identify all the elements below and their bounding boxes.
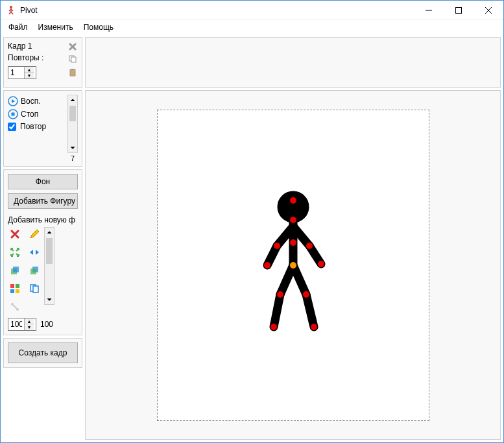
paste-icon[interactable] (67, 67, 78, 78)
svg-rect-7 (456, 7, 462, 13)
play-button[interactable]: Восп. (8, 95, 66, 108)
frame-panel: Кадр 1 Повторы : ▲ ▼ (3, 37, 82, 88)
svg-point-51 (290, 262, 296, 269)
svg-point-44 (306, 243, 313, 249)
lower-icon[interactable] (27, 263, 42, 278)
scale-input[interactable] (8, 319, 24, 329)
maximize-button[interactable] (444, 1, 474, 19)
stop-button[interactable]: Стоп (8, 108, 66, 121)
raise-icon[interactable] (8, 263, 22, 278)
play-label: Восп. (21, 97, 41, 106)
scroll-thumb[interactable] (69, 106, 76, 121)
menu-edit[interactable]: Изменить (33, 21, 78, 34)
svg-rect-22 (16, 284, 19, 288)
scroll-up[interactable]: ⏶ (70, 95, 76, 104)
add-figure-button[interactable]: Добавить Фигуру (8, 193, 78, 209)
svg-line-38 (293, 265, 306, 294)
svg-rect-23 (10, 289, 14, 293)
stop-label: Стоп (21, 110, 38, 119)
center-icon[interactable] (8, 245, 22, 259)
duplicate-icon[interactable] (27, 281, 42, 296)
svg-point-46 (290, 239, 296, 246)
tool-scroll-down[interactable]: ⏷ (47, 295, 53, 304)
svg-line-39 (306, 294, 314, 327)
add-new-label: Добавить новую ф (8, 215, 78, 224)
copy-icon[interactable] (67, 54, 78, 64)
tool-scrollbar[interactable]: ⏶ ⏷ (44, 227, 54, 305)
titlebar: Pivot (1, 1, 503, 20)
svg-rect-16 (12, 113, 15, 116)
svg-point-43 (264, 262, 270, 269)
repeat-label: Повторы : (8, 53, 43, 62)
timeline-panel[interactable] (85, 37, 501, 88)
left-column: Восп. Стоп Повтор (3, 90, 82, 440)
canvas[interactable] (157, 110, 429, 421)
menu-help[interactable]: Помощь (78, 21, 119, 34)
stick-figure[interactable] (248, 191, 339, 340)
svg-rect-11 (71, 57, 76, 62)
spinner-down[interactable]: ▼ (25, 73, 34, 78)
svg-line-5 (11, 12, 13, 14)
app-window: Pivot Файл Изменить Помощь Кадр 1 Повтор… (0, 0, 504, 443)
window-title: Pivot (20, 6, 414, 15)
background-button[interactable]: Фон (8, 174, 78, 189)
window-controls (414, 1, 503, 19)
pencil-icon[interactable] (27, 227, 42, 241)
svg-rect-21 (10, 284, 14, 288)
loop-checkbox[interactable] (8, 123, 16, 131)
top-row: Кадр 1 Повторы : ▲ ▼ (3, 37, 501, 88)
svg-rect-24 (16, 289, 19, 293)
spinner-up[interactable]: ▲ (25, 67, 34, 73)
svg-point-41 (290, 217, 296, 223)
close-button[interactable] (474, 1, 503, 19)
frame-label: Кадр 1 (8, 42, 43, 51)
svg-line-37 (274, 294, 280, 327)
repeat-spinner[interactable]: ▲ ▼ (8, 66, 36, 79)
svg-rect-18 (13, 267, 19, 272)
svg-rect-13 (71, 69, 74, 70)
speed-value: 7 (67, 154, 78, 162)
svg-point-49 (303, 291, 309, 298)
svg-point-47 (277, 291, 283, 298)
tool-scroll-thumb[interactable] (46, 238, 53, 264)
svg-point-45 (318, 261, 324, 267)
svg-point-40 (290, 197, 296, 204)
svg-point-0 (10, 6, 12, 8)
svg-line-33 (267, 246, 277, 265)
app-icon (6, 5, 16, 16)
svg-point-42 (274, 243, 280, 249)
menubar: Файл Изменить Помощь (1, 20, 503, 34)
repeat-input[interactable] (8, 67, 24, 78)
scale-up[interactable]: ▲ (25, 318, 34, 324)
speed-scrollbar[interactable]: ⏶ ⏷ (67, 95, 78, 153)
svg-rect-26 (33, 286, 38, 293)
create-frame-panel: Создать кадр (3, 338, 82, 368)
scale-spinner[interactable]: ▲ ▼ (8, 318, 36, 331)
scroll-down[interactable]: ⏷ (70, 143, 76, 152)
tool-scroll-up[interactable]: ⏶ (47, 228, 53, 237)
menu-file[interactable]: Файл (3, 21, 33, 34)
join-icon[interactable] (8, 300, 22, 314)
color-icon[interactable] (8, 281, 22, 296)
create-frame-button[interactable]: Создать кадр (8, 342, 78, 363)
svg-rect-20 (30, 269, 36, 274)
scale-down[interactable]: ▼ (25, 324, 34, 330)
loop-checkbox-row[interactable]: Повтор (8, 121, 66, 132)
svg-rect-12 (70, 69, 75, 76)
scale-display: 100 (40, 320, 53, 329)
delete-frame-icon[interactable] (67, 42, 78, 52)
playback-panel: Восп. Стоп Повтор (3, 90, 82, 167)
svg-line-29 (13, 305, 17, 309)
minimize-button[interactable] (414, 1, 444, 19)
delete-icon[interactable] (8, 227, 22, 241)
svg-point-50 (311, 324, 317, 330)
canvas-area (85, 90, 501, 440)
flip-icon[interactable] (27, 245, 42, 259)
svg-point-48 (270, 324, 277, 330)
tools-panel: Фон Добавить Фигуру Добавить новую ф (3, 169, 82, 335)
content-area: Кадр 1 Повторы : ▲ ▼ (1, 34, 503, 442)
loop-label: Повтор (20, 122, 46, 131)
